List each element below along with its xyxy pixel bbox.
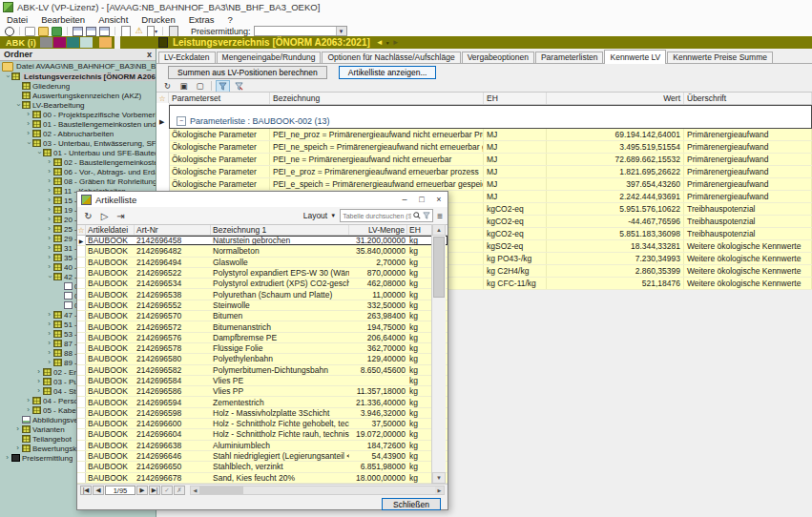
tab-lv-eckdaten[interactable]: LV-Eckdaten xyxy=(158,52,216,63)
tree-item-auswertungskennzeichen-akz[interactable]: Auswertungskennzeichen (AKZ) xyxy=(0,91,156,100)
dialog-title-bar[interactable]: Artikelliste – □ × xyxy=(77,192,448,207)
article-row[interactable]: BAUBOOK2142696578Flüssige Folie362,70000… xyxy=(77,343,448,354)
column-header-bezeichnung1[interactable]: Bezeichnung 1 xyxy=(211,225,349,235)
parameter-row[interactable]: Ökologische ParameterPEI_ne_proz = Primä… xyxy=(169,129,812,141)
vertical-scrollbar[interactable]: ▲ ▼ xyxy=(431,224,446,484)
warning-icon[interactable]: ⚠ xyxy=(134,27,144,35)
tree-item-08-gräben-für-rohrleitungen-un[interactable]: ›08 - Gräben für Rohrleitungen un xyxy=(0,176,156,186)
sum-positions-button[interactable]: Summen aus LV-Positionen berechnen xyxy=(168,66,327,79)
article-row[interactable]: BAUBOOK2142696534Polystyrol extrudiert (… xyxy=(77,279,448,289)
menu-item-extras[interactable]: Extras xyxy=(182,14,221,25)
tab-parameterlisten[interactable]: Parameterlisten xyxy=(535,52,604,63)
chevron-right-icon[interactable]: › xyxy=(13,425,22,433)
chevron-right-icon[interactable]: › xyxy=(24,397,32,404)
article-row[interactable]: BAUBOOK2142696678Sand, Kies feucht 20%18… xyxy=(77,473,448,484)
tab-vergabeoptionen[interactable]: Vergabeoptionen xyxy=(462,52,534,63)
article-row[interactable]: BAUBOOK2142696600Holz - Schnittholz Fich… xyxy=(77,419,448,429)
chevron-right-icon[interactable]: › xyxy=(45,340,53,347)
parameter-row[interactable]: Ökologische ParameterPEI_ne_speich = Pri… xyxy=(169,141,812,154)
chevron-right-icon[interactable]: › xyxy=(45,216,53,223)
tree-item-lv-bearbeitung[interactable]: ›LV-Bearbeitung xyxy=(0,100,156,110)
clipboard-icon[interactable] xyxy=(168,27,178,35)
search-filter-icon[interactable] xyxy=(423,212,430,219)
article-row[interactable]: BAUBOOK2142696580Polyethylenbahn129,4000… xyxy=(77,354,448,364)
column-header-artnr[interactable]: Art-Nr xyxy=(135,225,211,235)
article-row[interactable]: BAUBOOK2142696538Polyurethan (Schaum und… xyxy=(77,289,448,300)
filter-icon[interactable] xyxy=(216,80,230,93)
chevron-right-icon[interactable]: › xyxy=(3,454,11,462)
clear-filter-icon[interactable] xyxy=(232,80,246,93)
article-row[interactable]: BAUBOOK2142696604Holz - Schnittholz Fich… xyxy=(77,429,448,440)
parameter-row[interactable]: Ökologische ParameterPEI_e_speich = Prim… xyxy=(169,178,812,191)
chevron-right-icon[interactable]: › xyxy=(34,378,43,385)
file-node[interactable]: Datei AVAAG\NB_BAHNHOF_BA3\NB_BHF_BA3_OE xyxy=(0,61,156,72)
column-header-parameterset[interactable]: Parameterset xyxy=(169,93,270,104)
chevron-right-icon[interactable]: › xyxy=(45,168,53,176)
tree-item-02-baustellengemeinkosten[interactable]: ›02 - Baustellengemeinkosten xyxy=(0,157,156,167)
scrollbar-thumb[interactable] xyxy=(199,486,243,494)
first-record-button[interactable]: |◀ xyxy=(80,486,92,495)
chevron-right-icon[interactable]: › xyxy=(34,368,43,376)
column-header-eh[interactable]: EH xyxy=(484,93,547,104)
article-row[interactable]: BAUBOOK2142696594Zementestrich21.336,400… xyxy=(77,397,448,407)
last-record-button[interactable]: ▶| xyxy=(149,486,160,495)
article-row[interactable]: BAUBOOK2142696576Dampfbremse PE206,64000… xyxy=(77,333,448,343)
print-icon[interactable] xyxy=(120,27,131,35)
chevron-right-icon[interactable]: › xyxy=(45,177,53,185)
tree-item-02-abbrucharbeiten[interactable]: ›02 - Abbrucharbeiten xyxy=(0,129,156,138)
table-search-box[interactable] xyxy=(340,209,433,222)
article-row[interactable]: BAUBOOK2142696552Steinwolle332,50000kg xyxy=(77,300,448,311)
parameter-row[interactable]: Ökologische ParameterPEI_e_proz = Primär… xyxy=(169,166,812,178)
enter-folder-icon[interactable] xyxy=(52,27,62,35)
menu-icon[interactable]: ≡ xyxy=(437,211,443,221)
scroll-left-icon[interactable]: ◀ xyxy=(191,486,199,494)
chevron-right-icon[interactable]: › xyxy=(14,101,22,110)
parameter-group-row[interactable]: − Parameterliste : BAUBOOK-002 (13) xyxy=(169,105,812,129)
power-icon[interactable] xyxy=(4,27,14,35)
article-row[interactable]: BAUBOOK2142696638Aluminiumblech184,72600… xyxy=(77,441,448,451)
maximize-icon[interactable]: □ xyxy=(413,193,430,206)
tree-item-00-projektspezifische-vorbemerkunge[interactable]: ›00 - Projektspezifische Vorbemerkunge xyxy=(0,110,156,119)
search-input[interactable] xyxy=(343,213,411,219)
article-row[interactable]: BAUBOOK2142696572Bitumenanstrich194,7500… xyxy=(77,321,448,332)
preisermittlung-combobox[interactable]: ▼ xyxy=(254,26,347,36)
scroll-up-icon[interactable]: ▲ xyxy=(432,224,446,236)
chevron-right-icon[interactable]: › xyxy=(45,187,53,195)
column-header-wert[interactable]: Wert xyxy=(547,93,684,104)
chevron-right-icon[interactable]: › xyxy=(45,196,53,204)
menu-item-bearbeiten[interactable]: Bearbeiten xyxy=(34,14,92,25)
chevron-right-icon[interactable]: › xyxy=(45,235,53,242)
tab-kennwerte-lv[interactable]: Kennwerte LV xyxy=(604,50,666,64)
chevron-right-icon[interactable]: › xyxy=(45,244,53,252)
window-split-icon[interactable] xyxy=(86,27,96,35)
edit-folder-icon[interactable] xyxy=(38,27,49,35)
menu-item-datei[interactable]: Datei xyxy=(0,14,34,25)
collapse-all-icon[interactable]: ▣ xyxy=(177,80,191,93)
column-header-ueberschrift[interactable]: Überschrift xyxy=(684,93,812,104)
window-view-icon[interactable] xyxy=(73,27,83,35)
chevron-right-icon[interactable]: › xyxy=(45,321,53,328)
chevron-right-icon[interactable]: › xyxy=(24,406,32,414)
horizontal-scrollbar[interactable]: ◀ ▶ xyxy=(190,486,445,495)
article-row[interactable]: BAUBOOK2142696482Normalbeton35.840,00000… xyxy=(77,246,448,257)
tab-optionen-für-nachlässe-aufschläge[interactable]: Optionen für Nachlässe/Aufschläge xyxy=(322,52,460,63)
article-row[interactable]: BAUBOOK2142696570Bitumen263,98400kg xyxy=(77,311,448,321)
menu-item-drucken[interactable]: Drucken xyxy=(135,14,181,25)
chevron-right-icon[interactable]: › xyxy=(45,330,53,338)
tree-item-01-unterbau-und-sfe-bautechnik[interactable]: ›01 - Unterbau und SFE-Bautechnik xyxy=(0,148,156,157)
column-header-artikeldatei[interactable]: Artikeldatei xyxy=(86,225,135,235)
chevron-right-icon[interactable]: › xyxy=(45,263,53,271)
forward-arrow-icon[interactable]: ► xyxy=(392,38,400,47)
chevron-right-icon[interactable]: › xyxy=(4,72,11,81)
scroll-right-icon[interactable]: ▶ xyxy=(435,486,444,494)
chevron-down-icon[interactable]: ▼ xyxy=(385,40,390,46)
chevron-right-icon[interactable]: › xyxy=(45,359,53,366)
column-header-lvmenge[interactable]: LV-Menge xyxy=(349,225,407,235)
tab-mengeneingabe-rundung[interactable]: Mengeneingabe/Rundung xyxy=(217,52,322,63)
cancel-icon[interactable]: ✗ xyxy=(174,486,185,495)
tree-item-01-baustellengemeinkosten-und-regie[interactable]: ›01 - Baustellengemeinkosten und Regie xyxy=(0,119,156,129)
chevron-right-icon[interactable]: › xyxy=(35,149,43,157)
column-header-eh[interactable]: EH xyxy=(407,225,433,235)
chevron-right-icon[interactable]: › xyxy=(24,130,32,137)
article-row[interactable]: BAUBOOK2142696650Stahlblech, verzinkt6.8… xyxy=(77,462,448,472)
